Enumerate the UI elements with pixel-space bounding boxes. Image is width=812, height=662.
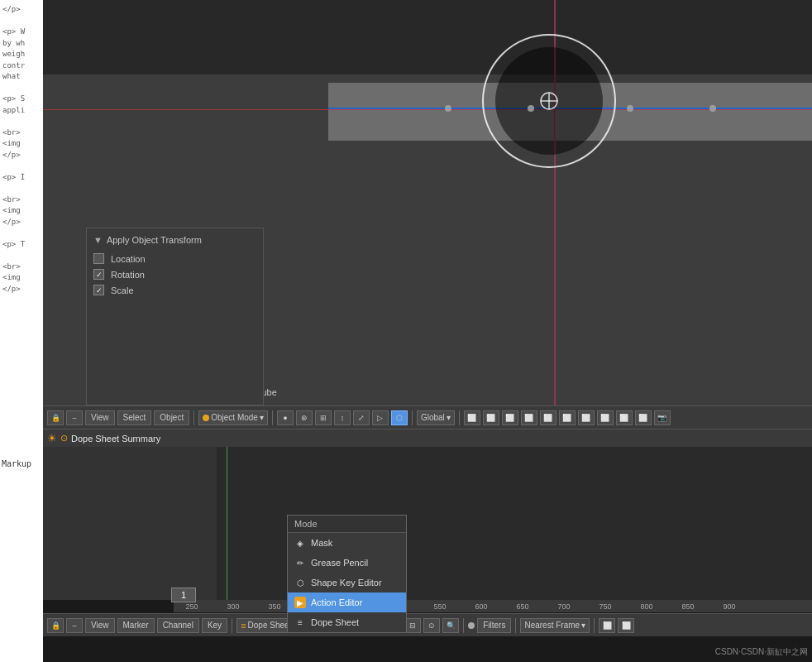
viewport-area: Z X (1) Cube ▼ Apply Object Transform Lo… xyxy=(43,0,812,405)
dopesheet-header: ☀ ⊙ Dope Sheet Summary xyxy=(43,429,812,447)
t-num-350: 350 xyxy=(268,602,280,611)
object-mode-btn[interactable]: Object Mode ▾ xyxy=(198,410,268,425)
scale-checkbox[interactable] xyxy=(93,285,104,295)
viewport-icon-6[interactable]: ▷ xyxy=(372,410,389,425)
current-frame-line xyxy=(227,447,227,600)
svg-point-5 xyxy=(445,105,451,112)
t-num-900: 900 xyxy=(723,602,735,611)
svg-point-6 xyxy=(528,105,534,112)
watermark: CSDN·CSDN·新缸中之网 xyxy=(715,646,808,658)
t-num-600: 600 xyxy=(475,602,487,611)
bottom-sep-6 xyxy=(594,618,595,633)
viewport-icon-5[interactable]: ⤢ xyxy=(353,410,370,425)
viewport-icon-4[interactable]: ↕ xyxy=(334,410,351,425)
bottom-sep-5 xyxy=(515,618,516,633)
global-btn[interactable]: Global ▾ xyxy=(417,410,455,425)
viewport-icon-1[interactable]: ● xyxy=(277,410,294,425)
bottom-key-btn[interactable]: Key xyxy=(202,618,227,633)
rotation-row: Rotation xyxy=(93,269,256,280)
viewport-icon-13[interactable]: ⬜ xyxy=(559,410,576,425)
dropdown-grease-pencil[interactable]: ✏ Grease Pencil xyxy=(288,553,406,573)
panel-header: ▼ Apply Object Transform xyxy=(93,235,256,245)
panel-arrow: ▼ xyxy=(93,235,103,245)
viewport-icon-17[interactable]: ⬜ xyxy=(635,410,652,425)
action-editor-icon: ▶ xyxy=(294,597,306,608)
rotation-label: Rotation xyxy=(111,270,145,280)
dopesheet-sun-icon: ☀ xyxy=(47,432,57,444)
scale-label: Scale xyxy=(111,285,134,295)
viewport-icon-7[interactable]: ⬡ xyxy=(391,410,408,425)
viewport-icon-10[interactable]: ⬜ xyxy=(502,410,518,425)
viewport-icon-18[interactable]: 📷 xyxy=(654,410,671,425)
view-menu-btn[interactable]: View xyxy=(85,410,115,425)
object-mode-icon xyxy=(203,415,209,421)
dopesheet-content xyxy=(43,447,812,600)
viewport-icon-2[interactable]: ⊕ xyxy=(296,410,313,425)
dope-sheet-icon: ≡ xyxy=(294,616,306,628)
location-checkbox[interactable] xyxy=(93,253,104,264)
separator-2 xyxy=(272,410,273,425)
bottom-filter-dot[interactable] xyxy=(468,622,475,629)
code-sidebar: </p> <p> W by wh weigh contr what <p> S … xyxy=(0,0,43,662)
t-num-550: 550 xyxy=(433,602,446,611)
svg-point-8 xyxy=(709,105,716,112)
svg-point-7 xyxy=(627,105,633,112)
viewport-icon-9[interactable]: ⬜ xyxy=(483,410,499,425)
viewport-icon-12[interactable]: ⬜ xyxy=(540,410,556,425)
viewport-icon-15[interactable]: ⬜ xyxy=(597,410,614,425)
viewport-lock-btn[interactable]: 🔒 xyxy=(47,410,64,425)
bottom-icon-6[interactable]: ⬜ xyxy=(599,618,615,633)
bottom-icon-5[interactable]: 🔍 xyxy=(442,618,459,633)
viewport-icon-8[interactable]: ⬜ xyxy=(464,410,480,425)
bottom-marker-btn[interactable]: Marker xyxy=(117,618,155,633)
dropdown-dope-sheet[interactable]: ≡ Dope Sheet xyxy=(288,612,406,632)
bottom-sep-1 xyxy=(232,618,232,633)
t-num-800: 800 xyxy=(640,602,652,611)
scale-row: Scale xyxy=(93,285,256,295)
bottom-toolbar: 🔒 – View Marker Channel Key ≡ Dope Sheet… xyxy=(43,613,812,636)
timeline-numbers: 250 300 350 400 450 500 550 600 650 700 … xyxy=(174,600,812,612)
frame-number-box[interactable]: 1 xyxy=(171,588,196,602)
viewport-toolbar: 🔒 – View Select Object Object Mode ▾ ● ⊕… xyxy=(43,405,812,429)
filters-btn[interactable]: Filters xyxy=(477,618,511,633)
t-num-250: 250 xyxy=(185,602,198,611)
dropdown-mask[interactable]: ◈ Mask xyxy=(288,533,406,553)
t-num-850: 850 xyxy=(681,602,694,611)
viewport-top xyxy=(43,0,812,74)
panel-title: Apply Object Transform xyxy=(107,235,202,245)
select-menu-btn[interactable]: Select xyxy=(117,410,152,425)
location-row: Location xyxy=(93,253,256,264)
object-menu-btn[interactable]: Object xyxy=(154,410,189,425)
dropdown-header: Mode xyxy=(288,516,406,533)
bottom-icon-7[interactable]: ⬜ xyxy=(618,618,634,633)
rotation-checkbox[interactable] xyxy=(93,269,104,280)
viewport-icon-11[interactable]: ⬜ xyxy=(521,410,537,425)
t-num-750: 750 xyxy=(599,602,611,611)
separator-3 xyxy=(412,410,413,425)
mask-icon: ◈ xyxy=(294,537,306,549)
bottom-icon-4[interactable]: ⊙ xyxy=(423,618,440,633)
bottom-icon-3[interactable]: ⊟ xyxy=(404,618,421,633)
bottom-minus-btn[interactable]: – xyxy=(66,618,83,633)
viewport-icon-14[interactable]: ⬜ xyxy=(578,410,595,425)
bottom-view-btn[interactable]: View xyxy=(85,618,115,633)
properties-panel: ▼ Apply Object Transform Location Rotati… xyxy=(86,228,264,405)
separator-1 xyxy=(193,410,194,425)
viewport-icon-3[interactable]: ⊞ xyxy=(315,410,332,425)
mode-dropdown[interactable]: Mode ◈ Mask ✏ Grease Pencil ⬡ Shape Key … xyxy=(287,515,407,633)
viewport-minus-btn[interactable]: – xyxy=(66,410,83,425)
bottom-channel-btn[interactable]: Channel xyxy=(157,618,199,633)
bottom-sep-4 xyxy=(463,618,464,633)
markup-label: Markup xyxy=(0,457,43,472)
nearest-frame-btn[interactable]: Nearest Frame ▾ xyxy=(520,618,590,633)
bottom-lock-btn[interactable]: 🔒 xyxy=(47,618,64,633)
dopesheet-title-area: ☀ ⊙ Dope Sheet Summary xyxy=(47,432,160,444)
location-label: Location xyxy=(111,254,146,264)
dopesheet-title: Dope Sheet Summary xyxy=(71,434,160,444)
dopesheet-circle-icon: ⊙ xyxy=(60,433,68,444)
viewport-icon-16[interactable]: ⬜ xyxy=(616,410,633,425)
separator-4 xyxy=(459,410,460,425)
dropdown-shape-key[interactable]: ⬡ Shape Key Editor xyxy=(288,573,406,592)
t-num-300: 300 xyxy=(227,602,239,611)
dropdown-action-editor[interactable]: ▶ Action Editor xyxy=(288,592,406,612)
